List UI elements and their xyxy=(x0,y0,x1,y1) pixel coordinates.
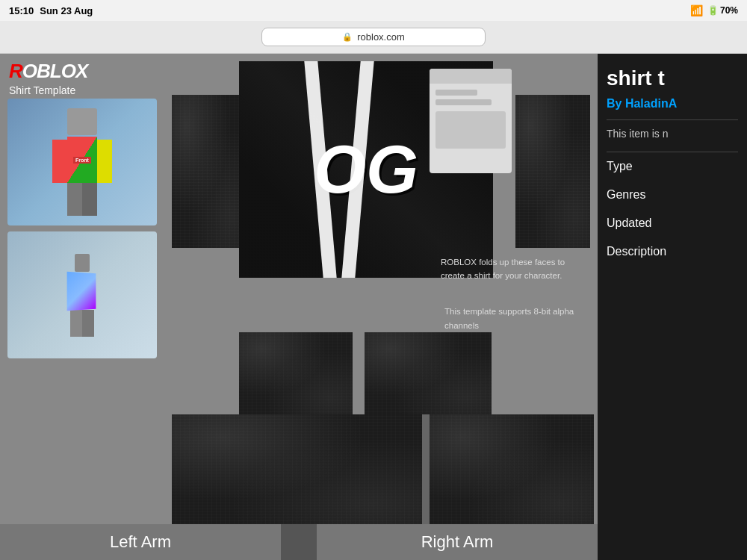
front-label: Front xyxy=(73,157,91,164)
item-description-short: This item is n xyxy=(607,128,738,140)
item-title: shirt t xyxy=(607,66,738,91)
right-arm-label-container: Right Arm xyxy=(317,532,598,552)
arm-leg-2 xyxy=(82,310,94,337)
vest-pocket xyxy=(436,111,506,149)
roblox-logo: ROBLOX Shirt Template xyxy=(9,60,87,96)
template-info-2: This template supports 8-bit alpha chann… xyxy=(444,305,586,332)
time: 15:10 xyxy=(9,5,34,16)
divider-2 xyxy=(607,152,738,152)
vest-strap-2 xyxy=(436,99,492,105)
item-author: By HaladinA xyxy=(607,97,738,111)
divider-1 xyxy=(607,119,738,120)
template-info-1: ROBLOX folds up these faces to create a … xyxy=(441,255,586,283)
arm-body xyxy=(67,273,97,310)
genres-row: Genres xyxy=(607,188,738,202)
battery-percent: 70% xyxy=(720,5,738,16)
lock-icon: 🔒 xyxy=(342,32,353,42)
description-label: Description xyxy=(607,245,738,258)
white-vest xyxy=(430,69,512,173)
arm-legs xyxy=(70,310,94,337)
char-torso-1: Front xyxy=(67,137,97,183)
wifi-icon: 📶 xyxy=(690,4,703,16)
arm-leg-1 xyxy=(70,310,82,337)
arm-sleeve xyxy=(67,271,96,311)
vest-strap-1 xyxy=(436,90,477,96)
arm-gap-divider xyxy=(422,414,430,526)
type-label: Type xyxy=(607,160,738,173)
char-leg-left-1 xyxy=(67,183,82,216)
right-arm-label: Right Arm xyxy=(421,532,494,552)
roblox-header: ROBLOX Shirt Template xyxy=(9,60,87,96)
character-preview-front: Front xyxy=(7,99,157,225)
character-preview-arm xyxy=(7,231,157,358)
address-bar[interactable]: 🔒 roblox.com xyxy=(261,28,486,46)
shirt-panel: ROBLOX Shirt Template Front xyxy=(0,54,598,560)
left-arm-label: Left Arm xyxy=(110,532,171,552)
type-row: Type xyxy=(607,160,738,173)
roblox-logo-text: ROBLOX xyxy=(9,60,87,83)
vest-body xyxy=(430,84,512,155)
battery-indicator: 🔋 70% xyxy=(707,5,738,16)
updated-row: Updated xyxy=(607,217,738,230)
main-content: ROBLOX Shirt Template Front xyxy=(0,54,747,560)
status-right: 📶 🔋 70% xyxy=(690,4,738,16)
shirt-design-container: Torso OG xyxy=(172,54,598,560)
right-arm-bottom-piece xyxy=(430,414,594,526)
right-sleeve-piece xyxy=(515,95,590,248)
bottom-label-bar: Left Arm Right Arm xyxy=(0,524,598,560)
vest-top xyxy=(430,69,512,84)
left-sleeve-piece xyxy=(172,95,247,248)
char-body-1: Front xyxy=(52,137,112,183)
arm-figure xyxy=(67,254,97,337)
figure-arm xyxy=(67,254,97,337)
arm-head xyxy=(75,254,90,272)
browser-chrome: 🔒 roblox.com xyxy=(0,21,747,54)
info-panel: shirt t By HaladinA This item is n Type … xyxy=(598,54,747,560)
author-name: HaladinA xyxy=(625,97,677,110)
char-head-1 xyxy=(67,108,97,135)
url-text: roblox.com xyxy=(357,31,405,43)
lower-right-piece xyxy=(365,332,492,414)
author-prefix: By xyxy=(607,97,622,110)
lower-left-piece xyxy=(239,332,353,414)
description-row: Description xyxy=(607,245,738,258)
status-left: 15:10 Sun 23 Aug xyxy=(9,5,93,16)
shirt-template-label: Shirt Template xyxy=(9,84,87,96)
preview-area: Front xyxy=(7,99,172,358)
char-leg-right-1 xyxy=(82,183,97,216)
figure-front: Front xyxy=(52,108,112,216)
date: Sun 23 Aug xyxy=(40,5,93,16)
genres-label: Genres xyxy=(607,188,738,202)
char-legs-1 xyxy=(67,183,97,216)
left-arm-label-container: Left Arm xyxy=(0,532,281,552)
status-bar: 15:10 Sun 23 Aug 📶 🔋 70% xyxy=(0,0,747,21)
char-right-arm-1 xyxy=(97,140,112,183)
updated-label: Updated xyxy=(607,217,738,230)
char-left-arm-1 xyxy=(52,140,67,183)
bottom-divider xyxy=(281,524,317,560)
left-arm-bottom-piece xyxy=(172,414,422,526)
